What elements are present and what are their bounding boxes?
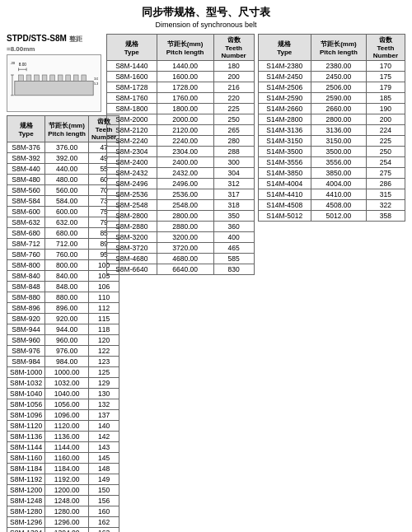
table-row: S8M-10001000.00125 <box>7 367 119 378</box>
col-header-pitch-r1: 节距长(mm)Pitch length <box>157 35 213 61</box>
table-row: S8M-32003200.00400 <box>107 232 255 243</box>
table-cell: 2120.00 <box>157 125 213 136</box>
table-row: S8M-960960.00120 <box>7 335 119 346</box>
table-cell: 392.00 <box>45 153 89 164</box>
table-cell: S14M-3850 <box>258 168 311 179</box>
table-cell: 1800.00 <box>157 104 213 114</box>
table-cell: 976.00 <box>45 346 89 357</box>
table-cell: 224 <box>366 125 405 136</box>
table-cell: 1000.00 <box>45 367 89 378</box>
table-row: S8M-12961296.00162 <box>7 517 119 528</box>
table-row: S8M-24962496.00312 <box>107 179 255 189</box>
table-cell: S8M-1136 <box>7 432 45 442</box>
table-cell: S8M-480 <box>7 175 45 185</box>
table-cell: 200 <box>213 72 254 82</box>
table-cell: S8M-2304 <box>107 147 157 157</box>
table-row: S8M-28802880.00360 <box>107 222 255 232</box>
table-cell: 2000.00 <box>157 114 213 125</box>
table-cell: 185 <box>366 93 405 104</box>
col-header-type-r1: 规格Type <box>107 35 157 61</box>
table-cell: 600.00 <box>45 207 89 217</box>
table-row: S14M-31503150.00225 <box>258 136 405 147</box>
table-cell: S8M-632 <box>7 217 45 228</box>
table-cell: 317 <box>213 189 254 200</box>
table-row: S8M-21202120.00265 <box>107 125 255 136</box>
table-cell: 4680.00 <box>157 254 213 264</box>
table-cell: 3136.00 <box>311 125 367 136</box>
table-cell: S14M-2660 <box>258 104 311 114</box>
table-cell: S14M-2590 <box>258 93 311 104</box>
table-cell: 848.00 <box>45 282 89 292</box>
table-cell: 800.00 <box>45 260 89 271</box>
table-row: S14M-26602660.00190 <box>258 104 405 114</box>
table-cell: S8M-848 <box>7 282 45 292</box>
svg-rect-8 <box>73 75 78 82</box>
table-cell: S8M-1600 <box>107 72 157 82</box>
table-row: S8M-14401440.00180 <box>107 61 255 72</box>
table-cell: 1184.00 <box>45 464 89 474</box>
table-cell: S8M-1032 <box>7 378 45 389</box>
table-row: S8M-11441144.00143 <box>7 442 119 453</box>
table-row: S8M-760760.0095 <box>7 250 119 260</box>
table-row: S8M-392392.0049 <box>7 153 119 164</box>
table-cell: 288 <box>213 147 254 157</box>
table-cell: 6640.00 <box>157 264 213 275</box>
table-cell: 984.00 <box>45 357 89 367</box>
table-cell: 315 <box>366 189 405 200</box>
table-cell: S8M-3720 <box>107 243 157 254</box>
table-row: S8M-20002000.00250 <box>107 114 255 125</box>
table-cell: S8M-392 <box>7 153 45 164</box>
table-cell: 265 <box>213 125 254 136</box>
table-row: S8M-11201120.00140 <box>7 421 119 432</box>
svg-rect-1 <box>19 75 24 82</box>
table-row: S8M-984984.00123 <box>7 357 119 367</box>
table-cell: 254 <box>366 157 405 168</box>
table-cell: 2400.00 <box>157 157 213 168</box>
table-row: S14M-24502450.00175 <box>258 72 405 82</box>
table-cell: S14M-3150 <box>258 136 311 147</box>
table-cell: S14M-2800 <box>258 114 311 125</box>
table-cell: 960.00 <box>45 335 89 346</box>
table-cell: 440.00 <box>45 164 89 175</box>
table-cell: S8M-1184 <box>7 464 45 474</box>
table-cell: 944.00 <box>45 324 89 335</box>
table-cell: S14M-2450 <box>258 72 311 82</box>
s8m-left-table: 规格Type 节距长(mm)Pitch length 齿数TeethNumber… <box>7 115 119 532</box>
table-row: S14M-23802380.00170 <box>258 61 405 72</box>
table-cell: 275 <box>366 168 405 179</box>
table-row: S14M-38503850.00275 <box>258 168 405 179</box>
table-cell: S8M-1248 <box>7 496 45 506</box>
table-cell: S8M-1728 <box>107 82 157 93</box>
table-cell: 312 <box>213 179 254 189</box>
table-row: S14M-35563556.00254 <box>258 157 405 168</box>
table-row: S8M-25482548.00318 <box>107 200 255 211</box>
table-cell: 376.00 <box>45 142 89 153</box>
table-row: S14M-25902590.00185 <box>258 93 405 104</box>
table-cell: 2536.00 <box>157 189 213 200</box>
table-row: S8M-17281728.00216 <box>107 82 255 93</box>
table-cell: 1160.00 <box>45 453 89 464</box>
table-cell: 1296.00 <box>45 517 89 528</box>
table-cell: S8M-896 <box>7 303 45 314</box>
table-cell: S8M-600 <box>7 207 45 217</box>
table-cell: 3200.00 <box>157 232 213 243</box>
table-cell: S8M-1040 <box>7 389 45 399</box>
table-cell: 225 <box>366 136 405 147</box>
table-cell: 632.00 <box>45 217 89 228</box>
table-cell: S8M-3200 <box>107 232 157 243</box>
table-cell: 3720.00 <box>157 243 213 254</box>
table-cell: 400 <box>213 232 254 243</box>
table-cell: S8M-960 <box>7 335 45 346</box>
table-row: S8M-13041304.00163 <box>7 528 119 533</box>
table-row: S8M-24002400.00300 <box>107 157 255 168</box>
table-cell: 318 <box>213 200 254 211</box>
table-cell: 1144.00 <box>45 442 89 453</box>
table-cell: 1136.00 <box>45 432 89 442</box>
table-cell: 840.00 <box>45 271 89 282</box>
svg-rect-6 <box>58 75 63 82</box>
table-row: S8M-46804680.00585 <box>107 254 255 264</box>
table-cell: 360 <box>213 222 254 232</box>
s8m-belt-diagram: 8.00 5.20 3.05 5.35 <box>7 54 101 112</box>
table-cell: S8M-2240 <box>107 136 157 147</box>
svg-rect-2 <box>26 75 31 82</box>
